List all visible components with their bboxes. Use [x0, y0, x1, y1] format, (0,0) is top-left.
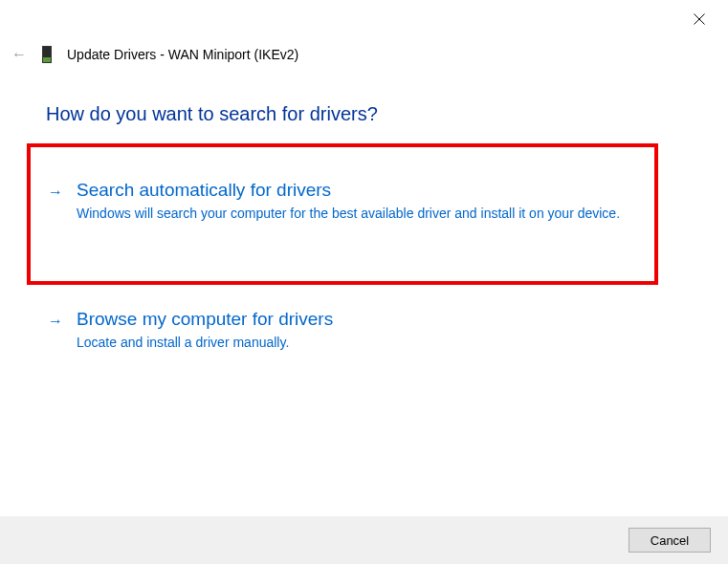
- header: ← Update Drivers - WAN Miniport (IKEv2): [11, 46, 298, 63]
- option-description: Windows will search your computer for th…: [77, 205, 631, 224]
- option-description: Locate and install a driver manually.: [77, 334, 631, 353]
- option-title: Browse my computer for drivers: [77, 308, 631, 332]
- option-content: Search automatically for drivers Windows…: [77, 179, 631, 223]
- close-icon: [694, 13, 705, 25]
- option-search-automatically[interactable]: → Search automatically for drivers Windo…: [48, 179, 631, 223]
- window-title: Update Drivers - WAN Miniport (IKEv2): [67, 47, 298, 62]
- option-content: Browse my computer for drivers Locate an…: [77, 308, 631, 352]
- device-icon: [42, 46, 52, 63]
- page-heading: How do you want to search for drivers?: [46, 103, 378, 125]
- back-arrow-icon: ←: [11, 46, 27, 63]
- option-browse-computer[interactable]: → Browse my computer for drivers Locate …: [48, 308, 631, 352]
- cancel-button[interactable]: Cancel: [629, 528, 711, 553]
- option-title: Search automatically for drivers: [77, 179, 631, 203]
- arrow-right-icon: →: [48, 184, 63, 201]
- close-button[interactable]: [690, 10, 709, 29]
- footer: Cancel: [0, 516, 728, 564]
- arrow-right-icon: →: [48, 313, 63, 330]
